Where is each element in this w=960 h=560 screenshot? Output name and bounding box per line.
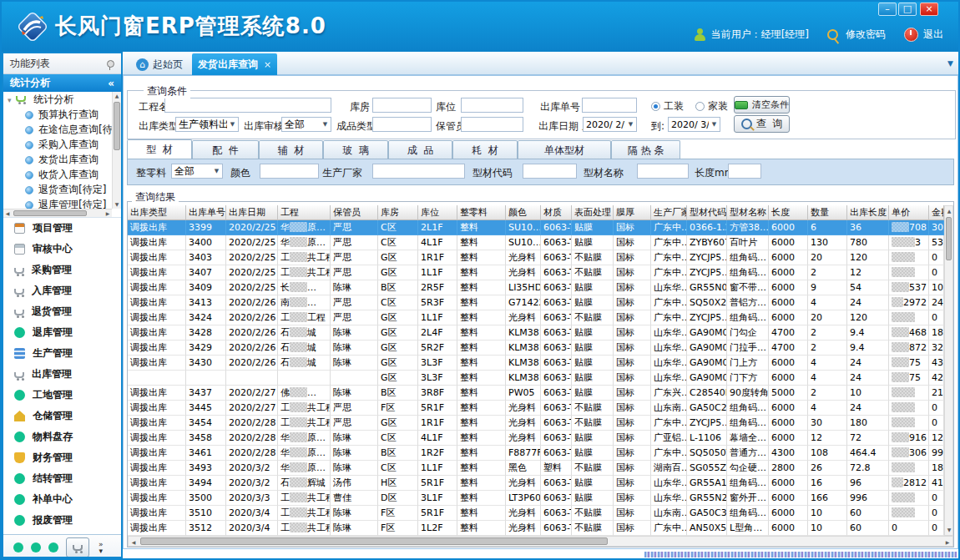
table-row[interactable]: G区3L3F整料KLM38176063-T5贴膜国标山东华…GA90M09…门下… xyxy=(128,371,944,386)
table-row[interactable]: 调拨出库34292020/2/26石城陈琳G区5R2F整料KLM38176063… xyxy=(128,341,944,356)
sidebar-item[interactable]: 生产管理 xyxy=(3,343,121,364)
column-header[interactable]: 表面处理 xyxy=(572,205,614,220)
logout-link[interactable]: 退出 xyxy=(923,28,943,42)
table-row[interactable]: 调拨出库35122020/3/4工共工程陈琳F区1L2F整料光身料6063-T5… xyxy=(128,521,944,536)
column-header[interactable]: 工程 xyxy=(278,205,331,220)
clear-conditions-button[interactable]: 清空条件 xyxy=(734,96,790,114)
tree-item[interactable]: 采购入库查询 xyxy=(3,137,121,152)
sidebar-item[interactable]: 退货管理 xyxy=(3,301,121,322)
profile-name-input[interactable] xyxy=(637,164,689,179)
sidebar-item[interactable]: 退库管理 xyxy=(3,322,121,343)
scroll-right-icon[interactable]: ▶ xyxy=(943,537,952,547)
table-row[interactable]: 调拨出库34612020/2/28华原…陈琳B区1R2F整料F8877FT606… xyxy=(128,446,944,461)
table-row[interactable]: 调拨出库33992020/2/25华原…严思C区2L1F整料SU10…6063-… xyxy=(128,220,944,235)
table-row[interactable]: 调拨出库34132020/2/26南…严思C区5R3F整料G714226063-… xyxy=(128,295,944,310)
scroll-right-icon[interactable]: ▶ xyxy=(104,209,112,217)
length-input[interactable] xyxy=(728,164,761,179)
order-no-input[interactable] xyxy=(582,98,637,113)
column-header[interactable]: 库位 xyxy=(418,205,457,220)
column-header[interactable]: 单价 xyxy=(889,205,929,220)
table-row[interactable]: 调拨出库34582020/2/28华原…陈琳C区4L1F整料光身料6063-T5… xyxy=(128,431,944,446)
scroll-down-icon[interactable]: ▼ xyxy=(945,526,953,534)
table-row[interactable]: 调拨出库34372020/2/27佛…陈琳B区3R8F整料PW056063-T5… xyxy=(128,386,944,401)
column-header[interactable]: 膜厚 xyxy=(614,205,651,220)
column-header[interactable]: 数量 xyxy=(808,205,847,220)
expander-icon[interactable]: ▾ xyxy=(8,96,12,104)
scrollbar-thumb[interactable] xyxy=(114,102,120,150)
warehouse-input[interactable] xyxy=(372,98,432,113)
scrollbar-thumb[interactable] xyxy=(946,217,952,260)
column-header[interactable]: 型材代码 xyxy=(687,205,727,220)
sidebar-item[interactable]: 项目管理 xyxy=(3,218,121,239)
column-header[interactable]: 出库长度 xyxy=(847,205,889,220)
column-header[interactable]: 出库单号 xyxy=(186,205,226,220)
table-row[interactable]: 调拨出库35002020/3/3工共工程曹佳D区3L1F整料LT3P606063… xyxy=(128,491,944,506)
outbound-audit-select[interactable]: 全部 ▼ xyxy=(281,117,331,132)
menu-overflow-button[interactable]: » ▾ xyxy=(99,541,104,554)
sidebar-item[interactable]: 物料盘存 xyxy=(3,426,121,447)
sidebar-item[interactable]: 采购管理 xyxy=(3,260,121,280)
material-tab[interactable]: 耗 材 xyxy=(452,140,518,159)
collapse-icon[interactable]: « xyxy=(108,78,114,89)
material-tab[interactable]: 玻 璃 xyxy=(323,140,388,159)
sidebar-item[interactable]: 结转管理 xyxy=(3,468,121,489)
sidebar-item[interactable]: 报废管理 xyxy=(3,510,121,531)
sidebar-item[interactable]: 出库管理 xyxy=(3,364,121,385)
profile-code-input[interactable] xyxy=(523,164,577,179)
change-password-link[interactable]: 修改密码 xyxy=(846,28,886,42)
radio-option[interactable]: 家装 xyxy=(695,99,728,114)
scrollbar-thumb[interactable] xyxy=(140,537,608,545)
column-header[interactable]: 出库类型 xyxy=(128,205,186,220)
factory-input[interactable] xyxy=(372,164,465,179)
table-horizontal-scrollbar[interactable]: ◀ ▶ xyxy=(128,536,953,547)
table-row[interactable]: 调拨出库34452020/2/27工共工程严思F区5R1F整料光身料6063-T… xyxy=(128,401,944,416)
sidebar-item[interactable]: 工地管理 xyxy=(3,385,121,406)
column-header[interactable]: 材质 xyxy=(541,205,572,220)
module-cart-button[interactable] xyxy=(66,537,89,557)
module-dot-icon[interactable] xyxy=(13,542,23,552)
statistics-section-header[interactable]: 统计分析 « xyxy=(3,74,121,92)
scroll-left-icon[interactable]: ◀ xyxy=(129,537,138,547)
maximize-button[interactable]: □ xyxy=(898,3,917,16)
date-from-picker[interactable]: 2020/ 2/16 ▼ xyxy=(583,117,637,132)
tree-item[interactable]: 发货出库查询 xyxy=(3,152,121,167)
column-header[interactable]: 整零料 xyxy=(457,205,506,220)
column-header[interactable]: 长度 xyxy=(769,205,808,220)
scroll-left-icon[interactable]: ◀ xyxy=(3,209,12,217)
outbound-type-select[interactable]: 生产领料出库 ▼ xyxy=(175,117,239,132)
column-header[interactable]: 出库日期 xyxy=(226,205,278,220)
table-row[interactable]: 调拨出库34542020/2/28工共工程严思G区1R1F整料光身料6063-T… xyxy=(128,416,944,431)
location-input[interactable] xyxy=(461,98,523,113)
module-dot-icon[interactable] xyxy=(31,542,41,552)
scroll-up-icon[interactable]: ▲ xyxy=(113,92,121,100)
tree-item[interactable]: 退货查询[待定] xyxy=(3,182,121,197)
column-header[interactable]: 保管员 xyxy=(331,205,378,220)
sidebar-item[interactable]: 财务管理 xyxy=(3,447,121,468)
column-header[interactable]: 型材名称 xyxy=(727,205,769,220)
table-vertical-scrollbar[interactable]: ▲ ▼ xyxy=(944,205,953,536)
table-row[interactable]: 调拨出库35102020/3/4工共工程陈琳F区5R1F整料光身料6063-T5… xyxy=(128,506,944,521)
close-button[interactable]: × xyxy=(920,3,938,16)
tree-item[interactable]: 预算执行查询 xyxy=(3,107,121,122)
material-tab[interactable]: 型 材 xyxy=(127,139,192,159)
tree-item[interactable]: 收货入库查询 xyxy=(3,167,121,182)
table-row[interactable]: 调拨出库34072020/2/25工共工程严思G区1L1F整料光身料6063-T… xyxy=(128,265,944,280)
sidebar-item[interactable]: 仓储管理 xyxy=(3,406,121,426)
product-type-input[interactable] xyxy=(372,117,432,132)
tree-vertical-scrollbar[interactable]: ▲ ▼ xyxy=(112,92,121,209)
material-tab[interactable]: 成 品 xyxy=(388,140,452,159)
project-name-input[interactable] xyxy=(164,98,331,113)
table-row[interactable]: 调拨出库34242020/2/26工工程严思G区1L1F整料光身料6063-T5… xyxy=(128,310,944,325)
table-row[interactable]: 调拨出库34032020/2/25工共工程严思G区1R1F整料光身料6063-T… xyxy=(128,250,944,265)
module-dot-icon[interactable] xyxy=(48,542,58,552)
tree-horizontal-scrollbar[interactable]: ◀ ▶ xyxy=(3,209,112,217)
radio-option[interactable]: 工装 xyxy=(651,99,684,114)
search-button[interactable]: 查 询 xyxy=(734,115,790,133)
material-tab[interactable]: 隔 热 条 xyxy=(611,140,680,159)
keeper-input[interactable] xyxy=(461,117,523,132)
sidebar-item[interactable]: 入库管理 xyxy=(3,280,121,301)
table-row[interactable]: 调拨出库34942020/3/2石辉城汤伟H区5R1F整料光身料6063-T5贴… xyxy=(128,476,944,491)
date-to-picker[interactable]: 2020/ 3/16 ▼ xyxy=(668,117,720,132)
table-row[interactable]: 调拨出库34302020/2/26石城陈琳G区3L3F整料KLM38176063… xyxy=(128,356,944,371)
pin-icon[interactable] xyxy=(107,60,114,68)
